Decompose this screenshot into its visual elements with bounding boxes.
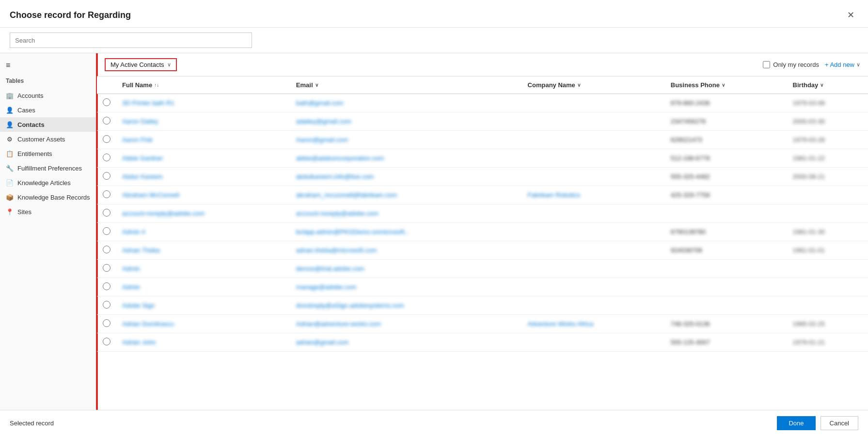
email-sort-icon[interactable]: ∨ (315, 82, 318, 88)
row-select-cell[interactable] (97, 278, 116, 296)
row-full-name[interactable]: account-noreply@adobe.com (116, 204, 290, 223)
row-radio-12[interactable] (103, 319, 110, 327)
dialog-header: Choose record for Regarding ✕ (0, 0, 868, 28)
row-radio-8[interactable] (103, 246, 110, 253)
done-button[interactable]: Done (777, 416, 815, 430)
sidebar-item-customer-assets[interactable]: ⚙Customer Assets (0, 132, 96, 146)
row-email[interactable]: adrian@gmail.com (290, 333, 522, 352)
col-phone[interactable]: Business Phone ∨ (665, 77, 787, 94)
fullname-sort-icon[interactable]: ↑↓ (154, 82, 159, 88)
birthday-sort-icon[interactable]: ∨ (820, 82, 823, 88)
row-select-cell[interactable] (97, 204, 116, 223)
sidebar-label-customer-assets: Customer Assets (17, 136, 65, 143)
row-full-name[interactable]: Abdur Kareem (116, 168, 290, 186)
row-select-cell[interactable] (97, 131, 116, 149)
row-full-name[interactable]: Admin (116, 260, 290, 278)
row-radio-2[interactable] (103, 135, 110, 143)
row-full-name[interactable]: Aaron Fink (116, 131, 290, 149)
sidebar-item-accounts[interactable]: 🏢Accounts (0, 88, 96, 103)
row-email[interactable]: account-noreply@adobe.com (290, 204, 522, 223)
col-company[interactable]: Company Name ∨ (522, 77, 665, 94)
row-email[interactable]: abbie@adatumcorporation.com (290, 149, 522, 168)
only-my-records-label[interactable]: Only my records (763, 61, 819, 68)
row-birthday (787, 296, 868, 315)
view-selector[interactable]: My Active Contacts ∨ (105, 58, 177, 71)
table-row: account-noreply@adobe.com account-norepl… (97, 204, 868, 223)
row-full-name[interactable]: Adnan Theba (116, 241, 290, 260)
row-email[interactable]: demos@trial.adobe.com (290, 260, 522, 278)
search-input[interactable] (10, 32, 252, 48)
row-email[interactable]: Adrian@adventure-works.com (290, 315, 522, 333)
row-select-cell[interactable] (97, 149, 116, 168)
sidebar-item-knowledge-articles[interactable]: 📄Knowledge Articles (0, 175, 96, 190)
table-row: Admin manage@adobe.com (97, 278, 868, 296)
table-row: Aaron Dailey adailey@gmail.com 234745627… (97, 112, 868, 131)
row-select-cell[interactable] (97, 260, 116, 278)
row-select-cell[interactable] (97, 186, 116, 204)
row-radio-13[interactable] (103, 338, 110, 345)
row-select-cell[interactable] (97, 94, 116, 112)
sidebar-item-entitlements[interactable]: 📋Entitlements (0, 146, 96, 161)
col-email[interactable]: Email ∨ (290, 77, 522, 94)
sidebar-item-knowledge-base-records[interactable]: 📦Knowledge Base Records (0, 190, 96, 204)
row-radio-7[interactable] (103, 227, 110, 235)
row-email[interactable]: bclapp.admin@PKGDemo.onmicrosoft... (290, 223, 522, 241)
cases-icon: 👤 (6, 106, 14, 114)
row-full-name[interactable]: Adrian John (116, 333, 290, 352)
cancel-button[interactable]: Cancel (821, 416, 858, 430)
sidebar-label-entitlements: Entitlements (17, 150, 52, 157)
row-radio-5[interactable] (103, 190, 110, 198)
contacts-icon: 👤 (6, 121, 14, 128)
row-radio-0[interactable] (103, 98, 110, 106)
col-birthday[interactable]: Birthday ∨ (787, 77, 868, 94)
sidebar-label-contacts: Contacts (17, 121, 45, 128)
row-select-cell[interactable] (97, 241, 116, 260)
accounts-icon: 🏢 (6, 92, 14, 99)
row-select-cell[interactable] (97, 168, 116, 186)
add-new-button[interactable]: + Add new ∨ (825, 61, 860, 68)
row-email[interactable]: manage@adobe.com (290, 278, 522, 296)
row-select-cell[interactable] (97, 112, 116, 131)
row-email[interactable]: adnan.theba@microsoft.com (290, 241, 522, 260)
row-email[interactable]: abraham_mcconnell@fabrikam.com (290, 186, 522, 204)
row-radio-1[interactable] (103, 117, 110, 125)
hamburger-icon[interactable]: ≡ (0, 58, 96, 73)
row-full-name[interactable]: 3D Printer bath R1 (116, 94, 290, 112)
sidebar-item-contacts[interactable]: 👤Contacts (0, 117, 96, 132)
sidebar-item-sites[interactable]: 📍Sites (0, 204, 96, 219)
col-full-name[interactable]: Full Name ↑↓ (116, 77, 290, 94)
row-full-name[interactable]: Admin # (116, 223, 290, 241)
row-select-cell[interactable] (97, 296, 116, 315)
row-email[interactable]: bath@gmail.com (290, 94, 522, 112)
company-sort-icon[interactable]: ∨ (577, 82, 581, 88)
sidebar-item-fulfillment-preferences[interactable]: 🔧Fulfillment Preferences (0, 161, 96, 175)
row-email[interactable]: donotreply@aSign.adobesystems.com (290, 296, 522, 315)
row-phone: 924038709 (665, 241, 787, 260)
row-full-name[interactable]: Adobe Sign (116, 296, 290, 315)
row-email[interactable]: Aaron@gmail.com (290, 131, 522, 149)
dialog-title: Choose record for Regarding (10, 10, 131, 20)
row-radio-4[interactable] (103, 172, 110, 180)
row-select-cell[interactable] (97, 315, 116, 333)
row-radio-11[interactable] (103, 301, 110, 309)
close-button[interactable]: ✕ (843, 8, 858, 22)
row-full-name[interactable]: Aaron Dailey (116, 112, 290, 131)
row-radio-9[interactable] (103, 264, 110, 272)
row-full-name[interactable]: Admin (116, 278, 290, 296)
row-birthday: 1985-02-25 (787, 315, 868, 333)
row-full-name[interactable]: Adrian Dumitrascu (116, 315, 290, 333)
row-radio-6[interactable] (103, 209, 110, 217)
phone-sort-icon[interactable]: ∨ (722, 82, 725, 88)
row-radio-3[interactable] (103, 154, 110, 161)
only-my-records-checkbox[interactable] (763, 61, 770, 68)
row-email[interactable]: adailey@gmail.com (290, 112, 522, 131)
row-select-cell[interactable] (97, 333, 116, 352)
sidebar-item-cases[interactable]: 👤Cases (0, 103, 96, 117)
row-full-name[interactable]: Abbie Gardner (116, 149, 290, 168)
row-birthday: 1981-01-01 (787, 241, 868, 260)
row-select-cell[interactable] (97, 223, 116, 241)
entitlements-icon: 📋 (6, 150, 14, 157)
row-full-name[interactable]: Abraham McConnell (116, 186, 290, 204)
row-email[interactable]: abdulkareem.info@live.com (290, 168, 522, 186)
row-radio-10[interactable] (103, 282, 110, 290)
